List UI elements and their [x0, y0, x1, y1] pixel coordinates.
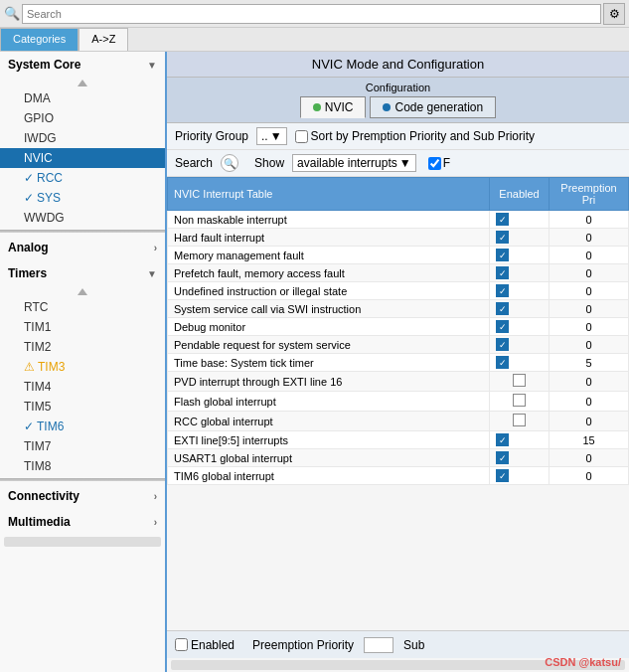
sidebar-item-sys[interactable]: ✓ SYS [0, 188, 165, 208]
enabled-checkbox[interactable] [513, 374, 526, 387]
interrupt-enabled-cell[interactable] [490, 392, 550, 412]
tab-nvic-label: NVIC [325, 100, 354, 114]
bottom-enabled-label[interactable]: Enabled [175, 638, 235, 652]
priority-group-dropdown[interactable]: .. ▼ [256, 127, 287, 145]
interrupt-enabled-cell[interactable]: ✓ [490, 336, 550, 354]
tab-categories[interactable]: Categories [0, 28, 79, 51]
interrupt-enabled-cell[interactable]: ✓ [490, 229, 550, 247]
enabled-checkbox[interactable]: ✓ [496, 338, 509, 351]
preemption-cell: 0 [550, 282, 629, 300]
show-dropdown[interactable]: available interrupts ▼ [292, 154, 416, 172]
interrupt-name-cell: Flash global interrupt [168, 392, 490, 412]
sidebar-scrollbar[interactable] [4, 537, 161, 547]
enabled-checkbox[interactable]: ✓ [496, 249, 509, 261]
enabled-checkbox[interactable]: ✓ [496, 469, 509, 482]
scroll-up-indicator [0, 78, 165, 88]
sidebar-item-tim8[interactable]: TIM8 [0, 456, 165, 476]
interrupt-enabled-cell[interactable] [490, 412, 550, 431]
sidebar-section-analog-header[interactable]: Analog › [0, 235, 165, 260]
sort-checkbox[interactable] [295, 130, 308, 143]
enabled-checkbox[interactable]: ✓ [496, 320, 509, 333]
connectivity-label: Connectivity [8, 489, 79, 503]
preemption-cell: 0 [550, 229, 629, 247]
bottom-preemption-label: Preemption Priority [252, 638, 354, 652]
sidebar-section-timers: Timers ▼ RTC TIM1 TIM2 ⚠ TIM3 TIM4 TIM5 … [0, 260, 165, 483]
interrupt-enabled-cell[interactable]: ✓ [490, 264, 550, 282]
enabled-checkbox[interactable] [513, 394, 526, 407]
tab-nvic[interactable]: NVIC [300, 96, 367, 118]
sidebar-item-tim7[interactable]: TIM7 [0, 436, 165, 456]
preemption-cell: 15 [550, 431, 629, 449]
enabled-checkbox[interactable]: ✓ [496, 284, 509, 297]
enabled-checkbox[interactable]: ✓ [496, 433, 509, 446]
enabled-checkbox[interactable]: ✓ [496, 231, 509, 244]
sidebar-item-tim5[interactable]: TIM5 [0, 397, 165, 417]
interrupt-name-cell: System service call via SWI instruction [168, 300, 490, 318]
sidebar-item-rcc[interactable]: ✓ RCC [0, 168, 165, 188]
table-row: Prefetch fault, memory access fault✓0 [168, 264, 629, 282]
search-text-label: Search [175, 156, 213, 170]
tab-atoz[interactable]: A->Z [79, 28, 128, 51]
interrupt-enabled-cell[interactable]: ✓ [490, 211, 550, 229]
search-circle-icon[interactable]: 🔍 [221, 154, 238, 172]
interrupt-enabled-cell[interactable]: ✓ [490, 300, 550, 318]
options-bar: Priority Group .. ▼ Sort by Premption Pr… [167, 123, 629, 150]
enabled-checkbox[interactable]: ✓ [496, 266, 509, 279]
interrupt-enabled-cell[interactable] [490, 372, 550, 392]
col-preemption: Preemption Pri [550, 178, 629, 211]
interrupt-enabled-cell[interactable]: ✓ [490, 354, 550, 372]
enabled-checkbox[interactable]: ✓ [496, 451, 509, 464]
preemption-cell: 0 [550, 318, 629, 336]
bottom-enabled-text: Enabled [191, 638, 235, 652]
sidebar-item-nvic[interactable]: NVIC [0, 148, 165, 168]
sidebar-section-analog: Analog › [0, 235, 165, 260]
sidebar-item-tim1[interactable]: TIM1 [0, 317, 165, 337]
interrupt-enabled-cell[interactable]: ✓ [490, 431, 550, 449]
interrupt-name-cell: Debug monitor [168, 318, 490, 336]
interrupt-name-cell: PVD interrupt through EXTI line 16 [168, 372, 490, 392]
sidebar-item-gpio[interactable]: GPIO [0, 108, 165, 128]
sidebar-item-tim3[interactable]: ⚠ TIM3 [0, 357, 165, 377]
enabled-checkbox[interactable]: ✓ [496, 356, 509, 369]
search-bar: Search 🔍 Show available interrupts ▼ F [167, 150, 629, 177]
enabled-checkbox[interactable]: ✓ [496, 302, 509, 315]
sidebar-item-dma[interactable]: DMA [0, 88, 165, 108]
bottom-enabled-checkbox[interactable] [175, 638, 188, 651]
interrupt-name-cell: TIM6 global interrupt [168, 467, 490, 485]
preemption-cell: 0 [550, 300, 629, 318]
rcc-label: RCC [37, 171, 63, 185]
timers-arrow: ▼ [147, 268, 157, 279]
sort-checkbox-label[interactable]: Sort by Premption Priority and Sub Prior… [295, 129, 535, 143]
top-bar: 🔍 ⚙ [0, 0, 629, 28]
interrupt-enabled-cell[interactable]: ✓ [490, 282, 550, 300]
search-input[interactable] [22, 4, 601, 24]
interrupt-enabled-cell[interactable]: ✓ [490, 467, 550, 485]
interrupt-name-cell: Time base: System tick timer [168, 354, 490, 372]
preemption-cell: 0 [550, 264, 629, 282]
sidebar-item-tim6[interactable]: ✓ TIM6 [0, 417, 165, 436]
tab-code-gen[interactable]: Code generation [370, 96, 496, 118]
interrupt-name-cell: RCC global interrupt [168, 412, 490, 431]
gear-button[interactable]: ⚙ [603, 3, 625, 25]
interrupt-enabled-cell[interactable]: ✓ [490, 318, 550, 336]
filter-checkbox-label[interactable]: F [428, 156, 450, 170]
sidebar-section-multimedia-header[interactable]: Multimedia › [0, 509, 165, 535]
enabled-checkbox[interactable]: ✓ [496, 213, 509, 226]
interrupt-enabled-cell[interactable]: ✓ [490, 247, 550, 264]
sidebar-section-systemcore-header[interactable]: System Core ▼ [0, 52, 165, 78]
filter-checkbox[interactable] [428, 157, 441, 170]
sidebar-item-rtc[interactable]: RTC [0, 297, 165, 317]
priority-group-label: Priority Group [175, 129, 248, 143]
sidebar-section-timers-header[interactable]: Timers ▼ [0, 260, 165, 286]
main-layout: System Core ▼ DMA GPIO IWDG NVIC ✓ RCC ✓… [0, 52, 629, 672]
sidebar-item-iwdg[interactable]: IWDG [0, 128, 165, 148]
interrupt-enabled-cell[interactable]: ✓ [490, 449, 550, 467]
sidebar-section-connectivity-header[interactable]: Connectivity › [0, 483, 165, 509]
enabled-checkbox[interactable] [513, 414, 526, 426]
interrupt-name-cell: Hard fault interrupt [168, 229, 490, 247]
interrupt-table: NVIC Interrupt Table Enabled Preemption … [167, 177, 629, 485]
sidebar-item-tim2[interactable]: TIM2 [0, 337, 165, 357]
sidebar-item-wwdg[interactable]: WWDG [0, 208, 165, 228]
sidebar-item-tim4[interactable]: TIM4 [0, 377, 165, 397]
preemption-cell: 0 [550, 392, 629, 412]
